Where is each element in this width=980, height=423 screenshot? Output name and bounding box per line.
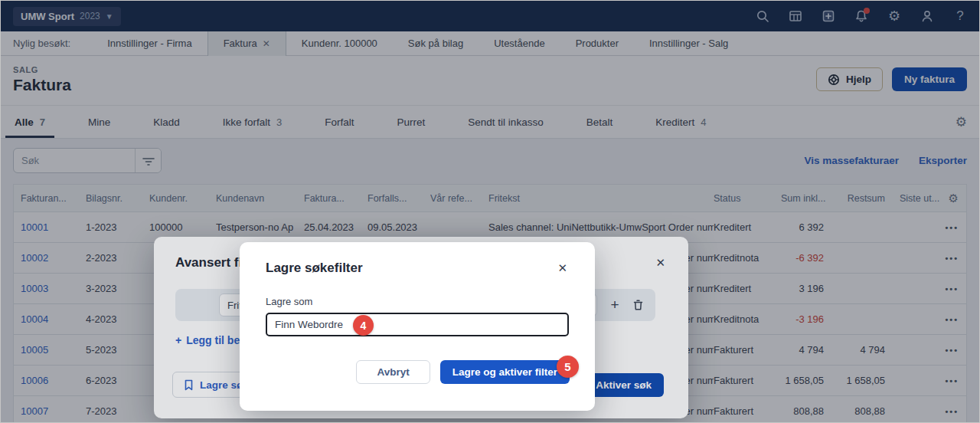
save-and-activate-button[interactable]: Lagre og aktiver filter (440, 360, 570, 384)
close-icon[interactable]: ✕ (556, 261, 569, 275)
save-filter-dialog: Lagre søkefilter ✕ Lagre som 4 Avbryt La… (240, 242, 595, 411)
cancel-button[interactable]: Avbryt (356, 360, 430, 384)
step-badge-4: 4 (353, 315, 374, 336)
save-filter-title: Lagre søkefilter (266, 261, 363, 276)
save-and-activate-label: Lagre og aktiver filter (452, 366, 557, 378)
app-window: UMW Sport 2023 ▼ ⚙ ? (0, 0, 980, 423)
save-as-label: Lagre som (266, 296, 569, 307)
filter-name-input[interactable] (266, 313, 569, 336)
step-badge-5: 5 (557, 356, 579, 378)
